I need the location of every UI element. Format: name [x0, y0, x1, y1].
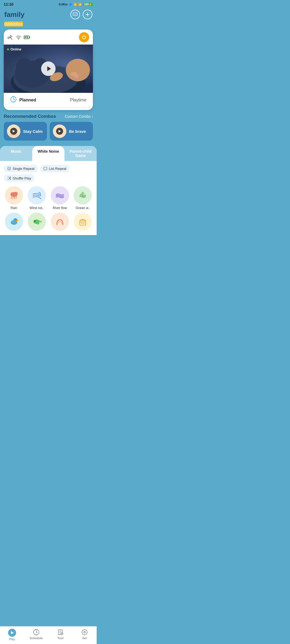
wind-label: Wind rus.. — [30, 206, 44, 210]
combo-cards-row: Stay Calm Be brave — [4, 122, 93, 141]
svg-rect-10 — [29, 36, 30, 38]
svg-point-7 — [8, 37, 9, 39]
svg-point-16 — [66, 59, 90, 81]
rain-label: Rain — [10, 206, 17, 210]
wifi-device-icon — [16, 35, 21, 39]
sound-duck[interactable] — [4, 213, 24, 232]
battery-device-icon — [24, 35, 31, 40]
online-indicator — [7, 48, 9, 50]
arch-icon-circle — [51, 213, 69, 231]
device-status-icons — [8, 35, 31, 40]
combo-be-brave-icon — [53, 125, 66, 138]
svg-point-37 — [82, 193, 84, 194]
ocean-icon-circle — [74, 186, 92, 204]
svg-marker-25 — [13, 130, 15, 133]
box-icon-circle — [74, 213, 92, 231]
power-button[interactable] — [79, 32, 89, 42]
wifi-icon: 📶 — [78, 3, 82, 6]
svg-line-35 — [16, 197, 16, 199]
tabs-row: Music White Noise Parent-child Game — [0, 146, 97, 161]
fish-icon-circle — [28, 213, 46, 231]
river-icon-circle — [51, 186, 69, 204]
content-tabs: Music White Noise Parent-child Game Sing… — [0, 146, 97, 235]
planned-label: Planned — [19, 98, 67, 103]
wind-icon-circle — [28, 186, 46, 204]
network-speed: 0.2K/s — [59, 3, 67, 6]
device-card-top — [4, 30, 93, 45]
tab-white-noise[interactable]: White Noise — [32, 146, 64, 161]
rain-icon-circle — [5, 186, 23, 204]
duck-icon-circle — [5, 213, 23, 231]
svg-rect-48 — [81, 222, 84, 224]
sound-river[interactable]: River flow — [50, 186, 70, 210]
combos-title: Recommended Combos — [4, 114, 56, 119]
tab-parent-child-game[interactable]: Parent-child Game — [64, 146, 97, 161]
svg-marker-28 — [59, 130, 61, 133]
bluetooth-icon: 🔷 — [68, 3, 72, 6]
ocean-label: Ocean w.. — [76, 206, 90, 210]
sound-grid: Rain Wind rus.. — [4, 186, 93, 235]
svg-line-33 — [13, 197, 13, 199]
svg-point-31 — [10, 192, 14, 195]
battery-level: 100⚡ — [83, 3, 93, 6]
river-label: River flow — [53, 206, 67, 210]
svg-point-42 — [33, 219, 40, 224]
sound-rain[interactable]: Rain — [4, 186, 24, 210]
svg-point-1 — [74, 14, 74, 14]
svg-line-34 — [14, 197, 15, 199]
chat-button[interactable] — [70, 10, 80, 19]
svg-marker-23 — [47, 66, 51, 71]
status-bar: 11:10 0.2K/s 🔷 📶 📶 100⚡ — [0, 0, 97, 8]
svg-point-43 — [34, 221, 35, 222]
header: family — [0, 8, 97, 20]
shuffle-play-label: Shuffle Play — [13, 176, 31, 180]
subtitle-text: ddddios — [7, 21, 23, 27]
sound-arch[interactable] — [50, 213, 70, 232]
shuffle-play-button[interactable]: Shuffle Play — [4, 174, 34, 182]
sound-box[interactable] — [73, 213, 93, 232]
clock-icon — [10, 96, 17, 104]
svg-point-8 — [18, 39, 19, 40]
custom-combs-link[interactable]: Custom Combs › — [65, 114, 93, 119]
single-repeat-button[interactable]: Single Repeat — [4, 165, 38, 172]
combo-stay-calm-icon — [7, 125, 20, 138]
tab-music[interactable]: Music — [0, 146, 32, 161]
header-actions — [70, 10, 92, 19]
combo-be-brave[interactable]: Be brave — [50, 122, 93, 141]
list-repeat-button[interactable]: List Repeat — [40, 165, 70, 172]
svg-point-30 — [14, 192, 18, 195]
recommended-combos-section: Recommended Combos Custom Combs › — [0, 114, 97, 143]
planned-playtime-bar[interactable]: Planned Playtime — [6, 93, 91, 107]
combo-stay-calm[interactable]: Stay Calm — [4, 122, 47, 141]
sound-wind[interactable]: Wind rus.. — [27, 186, 47, 210]
svg-point-19 — [16, 58, 32, 74]
playtime-label: Playtime — [70, 98, 86, 103]
svg-point-41 — [15, 219, 16, 220]
sound-ocean[interactable]: Ocean w.. — [73, 186, 93, 210]
status-time: 11:10 — [4, 2, 13, 6]
online-label: Online — [10, 47, 21, 51]
white-noise-content: Single Repeat List Repeat Shuffle P — [0, 161, 97, 235]
combo-be-brave-label: Be brave — [69, 129, 86, 134]
sound-fish[interactable] — [27, 213, 47, 232]
list-repeat-label: List Repeat — [49, 167, 67, 171]
bluetooth-device-icon — [8, 35, 13, 40]
add-button[interactable] — [83, 10, 92, 19]
status-icons: 0.2K/s 🔷 📶 📶 100⚡ — [59, 3, 93, 6]
combo-stay-calm-label: Stay Calm — [23, 129, 43, 134]
online-status: Online — [7, 47, 21, 51]
signal-icon: 📶 — [73, 3, 77, 6]
camera-play-button[interactable] — [41, 61, 56, 76]
combos-header: Recommended Combos Custom Combs › — [4, 114, 93, 119]
svg-point-22 — [74, 74, 79, 78]
baby-camera-feed: Online — [4, 45, 93, 93]
svg-point-2 — [75, 14, 75, 14]
device-card: Online Planned Playtime — [4, 30, 93, 110]
svg-rect-46 — [80, 220, 86, 225]
single-repeat-label: Single Repeat — [13, 167, 35, 171]
svg-point-3 — [76, 14, 77, 14]
repeat-options: Single Repeat List Repeat Shuffle P — [4, 165, 93, 182]
svg-line-32 — [11, 197, 12, 199]
subtitle: dddddios — [0, 20, 97, 30]
app-title: family — [4, 10, 24, 19]
